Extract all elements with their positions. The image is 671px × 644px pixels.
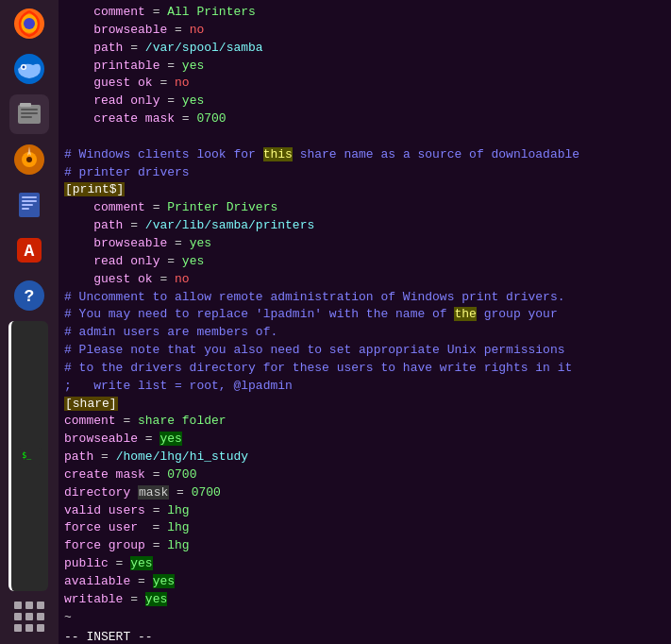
svg-rect-18	[22, 208, 29, 210]
code-line: public = yes	[64, 555, 665, 573]
svg-rect-8	[21, 109, 38, 110]
svg-text:?: ?	[25, 287, 35, 306]
section-line: [print$]	[64, 181, 665, 199]
insert-mode-indicator: -- INSERT --	[64, 629, 665, 644]
code-line: force user = lhg	[64, 519, 665, 537]
comment-line: # Windows clients look for this share na…	[64, 146, 665, 164]
code-line: read only = yes	[64, 253, 665, 271]
sidebar-icon-writer[interactable]	[9, 185, 49, 225]
code-line: comment = Printer Drivers	[64, 199, 665, 217]
comment-line: # printer drivers	[64, 164, 665, 182]
comment-line: # to the drivers directory for these use…	[64, 360, 665, 378]
comment-line: # You may need to replace 'lpadmin' with…	[64, 306, 665, 324]
sidebar-icon-terminal[interactable]: $_	[8, 321, 48, 591]
svg-text:$_: $_	[22, 450, 31, 460]
svg-text:A: A	[25, 242, 35, 261]
svg-rect-7	[20, 103, 31, 107]
code-line: path = /home/lhg/hi_study	[64, 449, 665, 466]
blank-line	[64, 128, 665, 146]
code-line: create mask = 0700	[64, 466, 665, 484]
code-line: guest ok = no	[64, 271, 665, 289]
code-line: valid users = lhg	[64, 502, 665, 520]
svg-rect-15	[22, 196, 37, 198]
code-line: browseable = no	[64, 22, 665, 40]
sidebar-icon-rhythmbox[interactable]	[9, 140, 49, 179]
code-line: path = /var/lib/samba/printers	[64, 217, 665, 235]
sidebar: A ? $_	[0, 0, 59, 644]
comment-line: ; write list = root, @lpadmin	[64, 378, 665, 396]
code-line: comment = All Printers	[64, 4, 665, 22]
code-line: guest ok = no	[64, 75, 665, 93]
svg-point-2	[24, 18, 35, 29]
code-line: writable = yes	[64, 591, 665, 609]
sidebar-icon-files[interactable]	[9, 94, 49, 134]
svg-rect-9	[21, 112, 38, 114]
comment-line: # Uncomment to allow remote administrati…	[64, 289, 665, 307]
svg-rect-16	[22, 200, 37, 202]
code-line: browseable = yes	[64, 431, 665, 449]
sidebar-icon-apps[interactable]	[9, 597, 49, 636]
code-line: create mask = 0700	[64, 110, 665, 128]
sidebar-icon-appstore[interactable]: A	[9, 230, 49, 270]
section-share-line: [share]	[64, 396, 665, 414]
sidebar-icon-thunderbird[interactable]	[9, 49, 49, 89]
svg-point-5	[23, 66, 25, 69]
terminal-content: comment = All Printers browseable = no p…	[59, 0, 671, 644]
comment-line: # Please note that you also need to set …	[64, 342, 665, 360]
sidebar-icon-firefox[interactable]	[9, 4, 49, 43]
code-line: printable = yes	[64, 58, 665, 76]
svg-point-13	[26, 157, 32, 162]
code-line: path = /var/spool/samba	[64, 40, 665, 58]
code-line: read only = yes	[64, 93, 665, 110]
code-line: available = yes	[64, 573, 665, 591]
comment-line: # admin users are members of.	[64, 324, 665, 342]
code-line: comment = share folder	[64, 413, 665, 431]
code-line: directory mask = 0700	[64, 484, 665, 502]
sidebar-icon-help[interactable]: ?	[9, 276, 49, 315]
svg-rect-10	[21, 116, 32, 118]
code-line: browseable = yes	[64, 235, 665, 253]
blank-line: ~	[64, 609, 665, 627]
code-line: force group = lhg	[64, 537, 665, 555]
svg-rect-17	[22, 204, 33, 206]
